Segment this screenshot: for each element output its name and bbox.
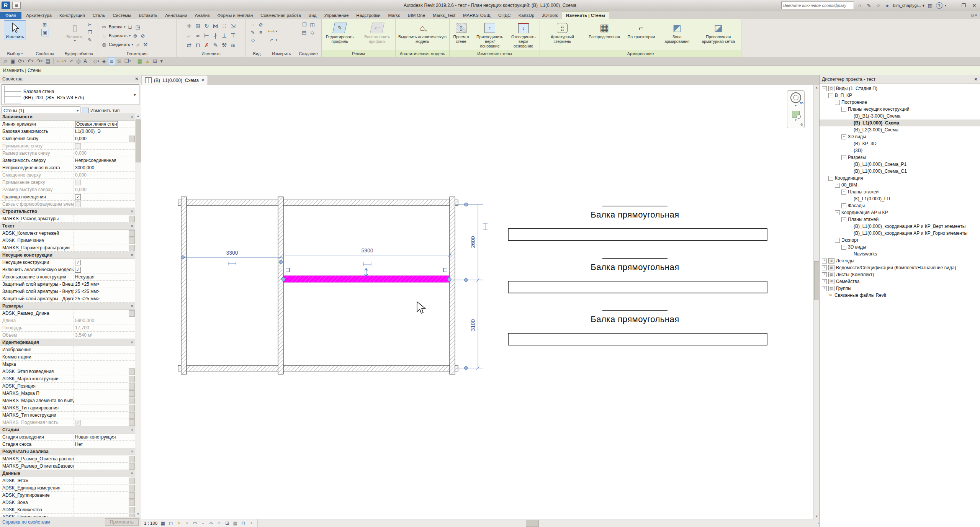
horizontal-scrollbar[interactable]: › — [257, 519, 820, 527]
tree-item-label[interactable]: (В)_В1(-3.000)_Схема — [854, 113, 900, 119]
print-icon[interactable]: ▤ — [44, 57, 51, 65]
tree-item-label[interactable]: (В)_L1(0.000)_Схема_С1 — [854, 169, 907, 174]
tree-item[interactable]: (В)_L1(0.000)_Схема_С1 — [820, 168, 980, 175]
h-scroll-thumb[interactable] — [526, 520, 539, 527]
wall-joins-icon[interactable]: ⊿ — [135, 41, 141, 48]
section-header[interactable]: Несущие конструкции« — [0, 252, 135, 259]
properties-help-link[interactable]: Справка по свойствам — [2, 519, 50, 525]
copy-monitor-icon[interactable]: ⊟ — [152, 57, 159, 65]
ribbon-collapse-icon[interactable]: ⊡ ▾ — [971, 13, 977, 17]
sign-in-pen-icon[interactable]: ✎ — [865, 3, 872, 8]
property-value[interactable] — [74, 201, 135, 208]
offset-icon[interactable]: ≈ — [194, 31, 202, 40]
dimension-texts[interactable]: 3300 5900 2600 3100 — [226, 236, 476, 331]
section-header[interactable]: Зависимости« — [0, 113, 135, 121]
collapse-icon[interactable]: ‹ — [248, 520, 254, 526]
tree-item[interactable]: Navisworks — [820, 250, 980, 257]
save-icon[interactable]: ▣ — [9, 57, 16, 65]
section-header[interactable]: Данные« — [0, 470, 135, 477]
tree-item-label[interactable]: Связанные файлы Revit — [834, 293, 886, 298]
property-value[interactable] — [74, 463, 135, 470]
app-store-cart-icon[interactable]: ▥ — [927, 3, 934, 8]
property-value[interactable] — [74, 237, 135, 244]
expand-icon[interactable]: + — [822, 286, 827, 291]
tree-item-label[interactable]: Семейства — [836, 279, 859, 284]
signed-in-user[interactable]: bim_chaplygi... ▾ — [893, 3, 924, 8]
tab-аннотации[interactable]: Аннотации — [161, 12, 191, 19]
tree-item-label[interactable]: (В)_L1(0.000)_Схема — [854, 120, 899, 126]
array-icon[interactable]: ∷ — [220, 22, 229, 30]
property-more-button[interactable] — [129, 456, 135, 462]
navbar-minimize-icon[interactable]: ⊖ — [800, 123, 803, 126]
tree-item[interactable]: (В)_L2(3.000)_Схема — [820, 126, 980, 133]
visual-style-icon[interactable]: ▦ — [160, 520, 166, 526]
property-more-button[interactable] — [129, 419, 135, 426]
tab-конструкция[interactable]: Конструкция — [56, 12, 89, 19]
tree-item[interactable]: +◱Группы — [820, 285, 980, 292]
split-icon[interactable]: ∤ — [211, 31, 220, 40]
properties-palette-icon[interactable]: ▣ — [41, 29, 49, 36]
property-more-button[interactable] — [129, 463, 135, 470]
tree-item[interactable]: +≣Легенды — [820, 257, 980, 264]
scroll-up-icon[interactable]: ▲ — [135, 113, 141, 119]
view-brush-icon[interactable]: ✎ — [249, 29, 256, 36]
tree-item-label[interactable]: (В)_L1(0.000)_координация АР и КР_Гориз … — [854, 231, 967, 236]
property-value[interactable]: Осевая линия стен — [74, 121, 135, 128]
property-value[interactable] — [74, 492, 135, 499]
property-value[interactable] — [74, 383, 135, 390]
tree-item[interactable]: +▦Ведомости/Спецификации (Комплект/Назна… — [820, 264, 980, 271]
temporary-view-properties-icon[interactable]: ⊡ — [224, 520, 230, 526]
property-more-button[interactable] — [129, 398, 135, 404]
sun-path-icon[interactable]: ☀ — [176, 520, 182, 526]
tab-спдс[interactable]: СПДС — [494, 12, 515, 19]
tree-item-label[interactable]: В_П_КР — [835, 93, 852, 98]
demolish-icon[interactable]: ⚒ — [220, 41, 229, 49]
tree-item[interactable]: −Разрезы — [820, 154, 980, 161]
view-tab[interactable]: (В)_L1(0.000)_Схема ✕ — [142, 75, 208, 85]
tab-сталь[interactable]: Сталь — [89, 12, 109, 19]
properties-scrollbar[interactable]: ▲ ▼ — [135, 113, 141, 517]
tree-item[interactable]: +▧Листы (Комплект) — [820, 271, 980, 278]
property-more-button[interactable] — [129, 376, 135, 382]
tree-item[interactable]: ∞Связанные файлы Revit — [820, 292, 980, 299]
tree-item[interactable]: −00_BIM — [820, 182, 980, 188]
temporary-hide-icon[interactable]: ∞ — [208, 520, 214, 526]
panel-label-select[interactable]: Выбор▾ — [0, 50, 30, 57]
tree-item-label[interactable]: Легенды — [836, 258, 854, 264]
apply-coping-icon[interactable]: ◳ — [135, 23, 141, 30]
property-value[interactable]: 3,540 м³ — [74, 332, 135, 339]
favorites-star-icon[interactable]: ☆ — [875, 3, 882, 8]
property-more-button[interactable] — [129, 485, 135, 491]
property-value[interactable] — [74, 404, 135, 411]
section-header[interactable]: Текст« — [0, 223, 135, 230]
collapse-chevron-icon[interactable]: « — [129, 225, 134, 227]
tree-item[interactable]: (К)_L1(0.000)_ГП — [820, 195, 980, 202]
edit-type-button[interactable]: Изменить тип — [90, 108, 119, 113]
property-more-button[interactable] — [129, 237, 135, 244]
property-more-button[interactable] — [129, 507, 135, 513]
analytical-model-icon[interactable]: ▦ — [232, 520, 238, 526]
tab-marks-общ[interactable]: MARKS-ОБЩ — [459, 12, 494, 19]
property-more-button[interactable] — [129, 230, 135, 237]
tree-item[interactable]: −Построение — [820, 99, 980, 106]
dimension-button[interactable]: ↗▾ — [268, 36, 277, 44]
property-value[interactable] — [74, 179, 135, 186]
property-more-button[interactable] — [129, 390, 135, 397]
tab-bim-one[interactable]: BIM One — [404, 12, 429, 19]
cut-geometry-aux-icon[interactable]: ⊔ — [127, 23, 133, 30]
tree-item-label[interactable]: Координация АР и КР — [841, 210, 888, 215]
cut-to-clipboard-icon[interactable]: ✂ — [87, 21, 93, 28]
tree-item[interactable]: −3D виды — [820, 133, 980, 140]
tree-item-label[interactable]: Navisworks — [854, 251, 877, 257]
property-value[interactable]: Новая конструкция — [74, 434, 135, 440]
insulate-icon[interactable]: ≋ — [229, 41, 237, 49]
sun-settings-icon[interactable]: ☀ — [184, 520, 190, 526]
highlight-analytical-button[interactable]: ⌂● Выделить аналитическую модель — [396, 20, 449, 45]
sync-icon[interactable]: ⟳▾ — [17, 57, 25, 65]
property-value[interactable] — [74, 310, 135, 317]
property-checkbox[interactable] — [75, 180, 81, 185]
property-more-button[interactable] — [129, 499, 135, 506]
app-frame-icon[interactable]: ▦ — [12, 2, 21, 9]
restore-button[interactable]: ❐ — [959, 3, 968, 8]
property-value[interactable] — [74, 361, 135, 368]
